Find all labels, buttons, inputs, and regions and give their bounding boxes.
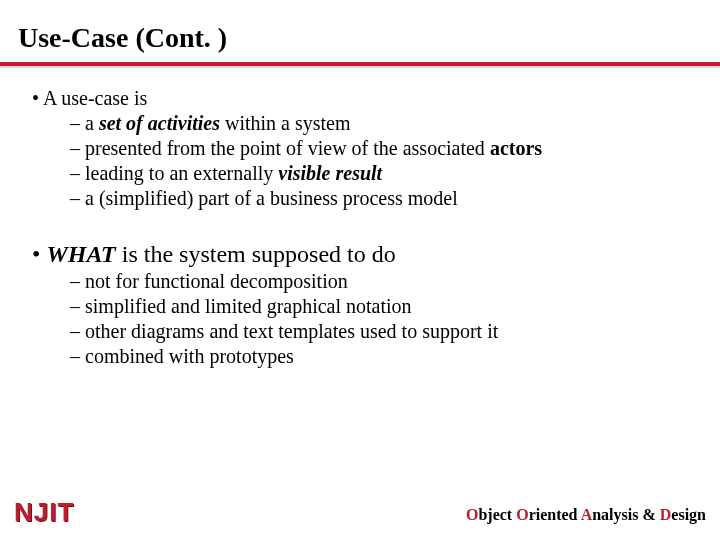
bullet-1-3: leading to an externally visible result — [70, 161, 688, 186]
course-A: A — [581, 506, 593, 523]
b11-post: within a system — [220, 112, 351, 134]
bullet-2-4: combined with prototypes — [70, 344, 688, 369]
b12-pre: presented from the point of view of the … — [85, 137, 490, 159]
b14-pre: a (simplified) part of a business proces… — [85, 187, 458, 209]
title-rule-shadow — [0, 66, 720, 68]
course-t3: nalysis & — [592, 506, 660, 523]
b2-lead-em: WHAT — [46, 241, 115, 267]
course-D: D — [660, 506, 672, 523]
b12-em: actors — [490, 137, 542, 159]
bullet-1-1: a set of activities within a system — [70, 111, 688, 136]
course-t1: bject — [478, 506, 516, 523]
b13-em: visible result — [278, 162, 382, 184]
bullet-2-1: not for functional decomposition — [70, 269, 688, 294]
bullet-2-2: simplified and limited graphical notatio… — [70, 294, 688, 319]
bullet-1-text: A use-case is — [43, 87, 147, 109]
njit-logo: NJIT — [14, 497, 74, 528]
gap — [32, 211, 688, 239]
bullet-1-4: a (simplified) part of a business proces… — [70, 186, 688, 211]
b2-lead-rest: is the system supposed to do — [116, 241, 396, 267]
bullet-2: WHAT is the system supposed to do — [32, 239, 688, 269]
b11-em: set of activities — [99, 112, 220, 134]
slide-title: Use-Case (Cont. ) — [18, 22, 227, 54]
bullet-2-3: other diagrams and text templates used t… — [70, 319, 688, 344]
b11-pre: a — [85, 112, 99, 134]
bullet-1-2: presented from the point of view of the … — [70, 136, 688, 161]
footer: NJIT Object Oriented Analysis & Design — [0, 500, 720, 528]
course-O2: O — [516, 506, 528, 523]
b13-pre: leading to an externally — [85, 162, 278, 184]
slide: Use-Case (Cont. ) A use-case is a set of… — [0, 0, 720, 540]
course-t2: riented — [529, 506, 581, 523]
course-title: Object Oriented Analysis & Design — [466, 506, 706, 524]
bullet-1: A use-case is — [32, 86, 688, 111]
course-O1: O — [466, 506, 478, 523]
course-t4: esign — [671, 506, 706, 523]
slide-body: A use-case is a set of activities within… — [32, 86, 688, 369]
